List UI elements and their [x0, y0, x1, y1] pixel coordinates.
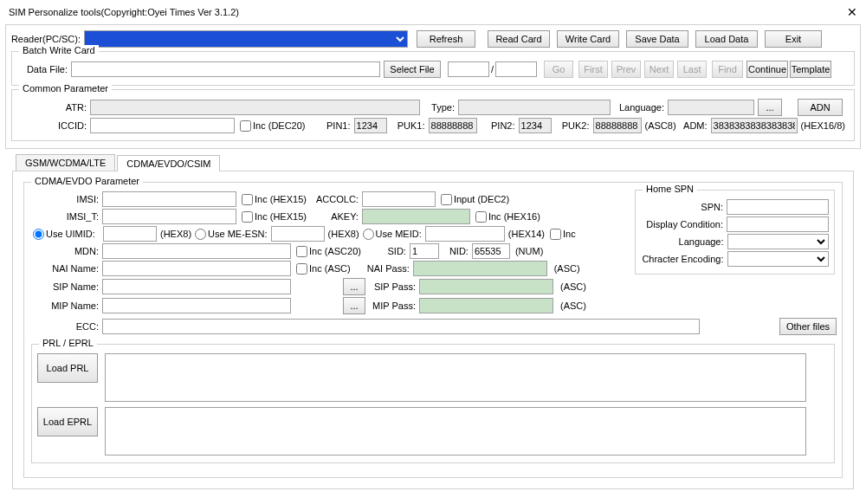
ecc-input[interactable] [102, 319, 700, 334]
puk1-input[interactable] [429, 118, 477, 133]
tab-gsm[interactable]: GSM/WCDMA/LTE [16, 154, 115, 171]
imsi-input[interactable] [102, 191, 236, 207]
mdn-inc-checkbox[interactable] [296, 246, 307, 257]
batch-write-fieldset: Batch Write Card Data File: Select File … [11, 51, 855, 86]
accolc-input[interactable] [362, 191, 436, 207]
nai-pass-input[interactable] [413, 261, 547, 276]
accolc-input-checkbox[interactable] [441, 194, 452, 205]
find-button[interactable]: Find [712, 61, 743, 78]
use-meid-radio[interactable] [363, 229, 374, 240]
first-button[interactable]: First [578, 61, 608, 78]
mip-more-button[interactable]: ... [343, 297, 365, 314]
data-file-input[interactable] [71, 61, 380, 77]
spn-input[interactable] [727, 199, 829, 215]
pin1-input[interactable] [354, 118, 387, 133]
meid-inc-checkbox[interactable] [550, 229, 561, 240]
window-title: SIM Personalize tools(Copyright:Oyei Tim… [9, 7, 239, 17]
load-eprl-button[interactable]: Load EPRL [37, 407, 98, 436]
home-spn-fieldset: Home SPN SPN: Display Condition: Languag… [635, 190, 835, 275]
go-button[interactable]: Go [544, 61, 573, 78]
pin2-input[interactable] [519, 118, 552, 133]
adm-input[interactable] [711, 118, 798, 133]
akey-input[interactable] [362, 209, 470, 224]
use-uimid-radio[interactable] [33, 229, 44, 240]
tab-cdma[interactable]: CDMA/EVDO/CSIM [117, 155, 220, 171]
batch-n2-input[interactable] [495, 61, 537, 77]
exit-button[interactable]: Exit [765, 30, 822, 48]
cdma-param-fieldset: CDMA/EVDO Parameter IMSI: Inc (HEX15) AC… [23, 182, 843, 478]
sid-input[interactable] [410, 243, 439, 259]
prl-textarea[interactable] [105, 353, 806, 402]
continue-button[interactable]: Continue [746, 61, 788, 78]
iccid-inc-checkbox[interactable] [240, 120, 251, 132]
imsit-input[interactable] [102, 209, 236, 224]
load-prl-button[interactable]: Load PRL [37, 353, 98, 383]
other-files-button[interactable]: Other files [779, 318, 837, 335]
close-icon[interactable]: ✕ [847, 5, 857, 19]
eprl-textarea[interactable] [105, 407, 806, 456]
save-data-button[interactable]: Save Data [626, 30, 688, 48]
mdn-input[interactable] [102, 243, 291, 259]
sip-name-input[interactable] [102, 279, 291, 294]
prev-button[interactable]: Prev [611, 61, 641, 78]
lang-input [668, 100, 754, 115]
use-meesn-radio[interactable] [195, 229, 206, 240]
mip-pass-input[interactable] [419, 298, 553, 313]
lang-more-button[interactable]: ... [758, 99, 782, 116]
nai-name-input[interactable] [102, 261, 291, 276]
batch-n1-input[interactable] [448, 61, 489, 77]
imsi-inc-checkbox[interactable] [242, 194, 253, 205]
atr-input [90, 100, 420, 115]
iccid-input[interactable] [90, 118, 235, 133]
sip-pass-input[interactable] [419, 279, 553, 294]
meesn-input[interactable] [271, 226, 325, 242]
reader-label: Reader(PC/SC): [10, 34, 84, 44]
puk2-input[interactable] [593, 118, 642, 133]
load-data-button[interactable]: Load Data [695, 30, 758, 48]
select-file-button[interactable]: Select File [384, 61, 441, 78]
uimid-input[interactable] [103, 226, 157, 242]
write-card-button[interactable]: Write Card [557, 30, 619, 48]
meid-input[interactable] [425, 226, 505, 242]
last-button[interactable]: Last [677, 61, 707, 78]
adn-button[interactable]: ADN [798, 99, 843, 116]
common-param-fieldset: Common Parameter ATR: Type: Language: ..… [11, 89, 855, 141]
refresh-button[interactable]: Refresh [417, 30, 475, 48]
imsit-inc-checkbox[interactable] [242, 211, 253, 223]
prl-fieldset: PRL / EPRL Load PRL Load EPRL [31, 344, 835, 463]
home-lang-select[interactable] [727, 234, 829, 249]
nid-input[interactable] [472, 243, 510, 259]
read-card-button[interactable]: Read Card [488, 30, 550, 48]
akey-inc-checkbox[interactable] [475, 211, 487, 223]
home-enc-select[interactable] [727, 251, 829, 267]
mip-name-input[interactable] [102, 298, 291, 313]
reader-select[interactable] [84, 30, 408, 48]
disp-cond-input[interactable] [727, 216, 829, 232]
nai-inc-checkbox[interactable] [296, 263, 307, 275]
template-button[interactable]: Template [790, 61, 831, 78]
type-input [458, 100, 611, 115]
sip-more-button[interactable]: ... [343, 278, 365, 295]
next-button[interactable]: Next [644, 61, 674, 78]
